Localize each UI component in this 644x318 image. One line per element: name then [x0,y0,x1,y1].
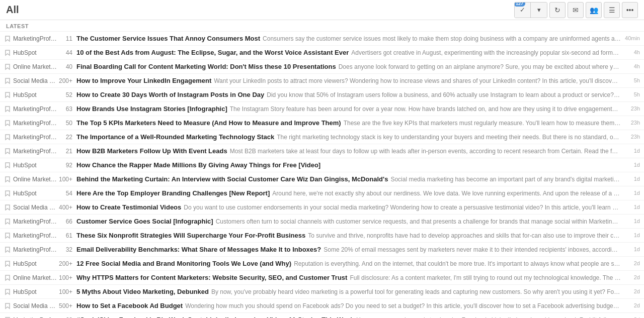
article-title[interactable]: How Brands Use Instagram Stories [Infogr… [76,105,227,113]
article-content[interactable]: Behind the Marketing Curtain: An Intervi… [76,175,621,183]
article-count: 68 [57,315,76,318]
bookmark-icon [4,91,11,98]
bookmark-icon [4,302,11,309]
people-button[interactable]: 👥 [586,2,602,18]
menu-icon: ☰ [609,6,615,14]
article-source: MarketingProfs ... [13,217,57,225]
article-content[interactable]: Customer Service Goes Social [Infographi… [76,217,621,225]
article-content[interactable]: How Chance the Rapper Made Millions By G… [76,161,621,169]
article-title[interactable]: Email Deliverability Benchmarks: What Sh… [76,246,321,253]
article-row[interactable]: Online Marketin... 40 Final Boarding Cal… [0,60,644,74]
article-row[interactable]: HubSpot 100+ 5 Myths About Video Marketi… [0,285,644,299]
article-content[interactable]: These Six Nonprofit Strategies Will Supe… [76,231,621,239]
article-title[interactable]: How to Improve Your LinkedIn Engagement [76,77,211,84]
article-row[interactable]: MarketingProfs ... 66 Customer Service G… [0,215,644,229]
article-row[interactable]: MarketingProfs ... 50 The Top 5 KPIs Mar… [0,116,644,130]
article-count: 44 [57,48,76,56]
article-row[interactable]: Social Media Ex... 200+ How to Improve Y… [0,74,644,88]
more-button[interactable]: ••• [622,2,638,18]
article-title[interactable]: Customer Service Goes Social [Infographi… [76,218,213,225]
article-content[interactable]: How B2B Marketers Follow Up With Event L… [76,147,621,155]
article-time: 2d [621,301,640,308]
chevron-down-icon[interactable]: ▾ [531,3,547,18]
refresh-icon: ↻ [554,6,560,14]
article-row[interactable]: HubSpot 52 How to Create 30 Days Worth o… [0,88,644,102]
menu-button[interactable]: ☰ [604,2,620,18]
article-source: Online Marketin... [13,273,57,281]
article-content[interactable]: 10 of the Best Ads from August: The Ecli… [76,48,621,56]
article-title[interactable]: Final Boarding Call for Content Marketin… [76,63,336,70]
article-content[interactable]: The Importance of a Well-Rounded Marketi… [76,133,621,141]
article-row[interactable]: Social Media Ex... 500+ How to Set a Fac… [0,299,644,313]
mail-button[interactable]: ✉ [568,2,584,18]
article-source: MarketingProfs ... [13,245,57,253]
article-row[interactable]: MarketingProfs ... 21 How B2B Marketers … [0,144,644,158]
article-content[interactable]: How to Create 30 Days Worth of Instagram… [76,90,621,98]
article-row[interactable]: MarketingProfs ... 32 Email Deliverabili… [0,243,644,257]
article-row[interactable]: HubSpot 200+ 12 Free Social Media and Br… [0,257,644,271]
check-button[interactable]: 127 ✓ [515,3,531,18]
article-content[interactable]: The Top 5 KPIs Marketers Need to Measure… [76,119,621,127]
article-count: 32 [57,245,76,253]
article-snippet: Most B2B marketers take at least four da… [230,148,621,155]
article-row[interactable]: HubSpot 44 10 of the Best Ads from Augus… [0,46,644,60]
article-time: 4h [621,62,640,69]
article-count: 92 [57,161,76,169]
article-title[interactable]: How to Set a Facebook Ad Budget [76,302,183,309]
bookmark-icon [4,274,11,281]
article-title[interactable]: These Six Nonprofit Strategies Will Supe… [76,232,305,239]
article-title[interactable]: The Customer Service Issues That Annoy C… [76,35,260,42]
article-title[interactable]: 12 Free Social Media and Brand Monitorin… [76,260,291,267]
article-content[interactable]: #SocialSkim: Facebook's Big Weak Spot, L… [76,315,621,318]
article-row[interactable]: MarketingProfs ... 11 The Customer Servi… [0,32,644,46]
article-title[interactable]: Why HTTPS Matters for Content Marketers:… [76,274,347,281]
article-title[interactable]: #SocialSkim: Facebook's Big Weak Spot, L… [76,316,354,318]
article-row[interactable]: Social Media Ex... 400+ How to Create Te… [0,200,644,215]
check-button-group[interactable]: 127 ✓ ▾ [514,2,547,18]
article-source: HubSpot [13,287,57,295]
article-content[interactable]: Email Deliverability Benchmarks: What Sh… [76,245,621,253]
article-title[interactable]: How B2B Marketers Follow Up With Event L… [76,147,227,155]
article-title[interactable]: The Importance of a Well-Rounded Marketi… [76,133,274,141]
article-title[interactable]: How to Create 30 Days Worth of Instagram… [76,91,264,98]
article-title[interactable]: Here Are the Top Employer Branding Chall… [76,189,270,197]
article-source: Social Media Ex... [13,76,57,84]
bookmark-col [2,161,13,169]
article-row[interactable]: MarketingProfs ... 61 These Six Nonprofi… [0,229,644,243]
article-snippet: Want your LinkedIn posts to attract more… [214,77,621,84]
article-content[interactable]: Here Are the Top Employer Branding Chall… [76,189,621,197]
article-title[interactable]: The Top 5 KPIs Marketers Need to Measure… [76,119,341,127]
article-row[interactable]: MarketingProfs ... 22 The Importance of … [0,130,644,144]
article-content[interactable]: Why HTTPS Matters for Content Marketers:… [76,273,621,281]
article-content[interactable]: How Brands Use Instagram Stories [Infogr… [76,104,621,113]
article-row[interactable]: Online Marketin... 100+ Why HTTPS Matter… [0,271,644,285]
article-row[interactable]: MarketingProfs ... 63 How Brands Use Ins… [0,102,644,116]
bookmark-col [2,34,13,42]
bookmark-col [2,104,13,113]
article-content[interactable]: How to Create Testimonial Videos Do you … [76,203,621,211]
article-row[interactable]: Online Marketin... 100+ Behind the Marke… [0,172,644,186]
article-title[interactable]: How Chance the Rapper Made Millions By G… [76,161,320,169]
article-content[interactable]: How to Set a Facebook Ad Budget Wonderin… [76,301,621,309]
article-content[interactable]: 12 Free Social Media and Brand Monitorin… [76,259,621,267]
article-title[interactable]: Behind the Marketing Curtain: An Intervi… [76,175,388,183]
article-row[interactable]: MarketingProfs ... 68 #SocialSkim: Faceb… [0,313,644,318]
article-row[interactable]: HubSpot 54 Here Are the Top Employer Bra… [0,186,644,200]
article-source: MarketingProfs ... [13,34,57,42]
article-title[interactable]: How to Create Testimonial Videos [76,203,181,211]
article-content[interactable]: The Customer Service Issues That Annoy C… [76,34,621,42]
article-content[interactable]: How to Improve Your LinkedIn Engagement … [76,76,621,84]
article-title[interactable]: 10 of the Best Ads from August: The Ecli… [76,49,349,56]
article-title[interactable]: 5 Myths About Video Marketing, Debunked [76,288,209,295]
refresh-button[interactable]: ↻ [549,2,566,18]
article-source: HubSpot [13,161,57,169]
article-content[interactable]: Final Boarding Call for Content Marketin… [76,62,621,70]
check-icon: ✓ [520,6,525,14]
article-count: 200+ [57,76,76,84]
page-title: All [6,4,19,16]
bookmark-col [2,175,13,183]
article-snippet: Some 20% of email messages sent by marke… [324,246,621,253]
article-content[interactable]: 5 Myths About Video Marketing, Debunked … [76,287,621,295]
article-source: Social Media Ex... [13,301,57,309]
article-row[interactable]: HubSpot 92 How Chance the Rapper Made Mi… [0,158,644,172]
